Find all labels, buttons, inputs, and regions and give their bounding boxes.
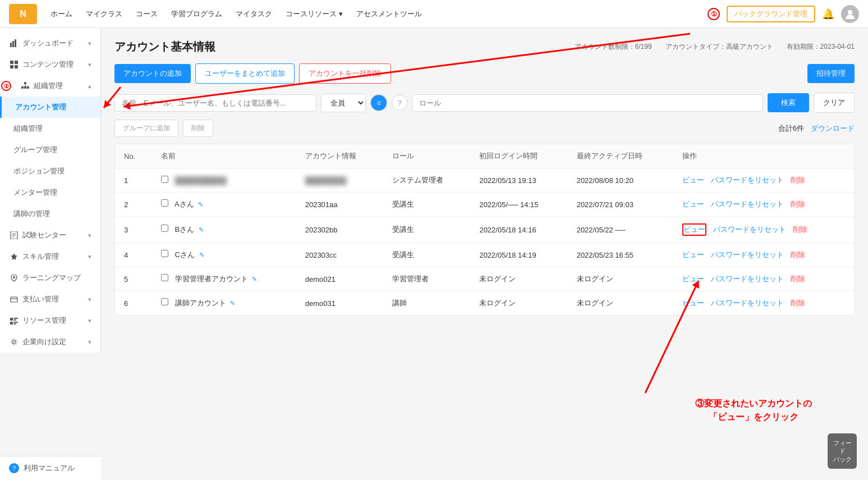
role-input[interactable] [412,94,763,112]
top-navigation: N ホーム マイクラス コース 学習プログラム マイタスク コースリソース ▾ … [0,0,868,28]
nav-myclass[interactable]: マイクラス [86,9,122,19]
svg-rect-4 [10,61,13,64]
search-bar: 全員 ① ? 検索 クリア [114,93,855,113]
nav-home[interactable]: ホーム [50,9,72,19]
svg-point-19 [13,276,15,278]
resource-icon [9,316,19,326]
row-checkbox-5[interactable] [161,274,168,281]
edit-icon[interactable]: ✎ [252,276,257,282]
row-checkbox-3[interactable] [161,225,168,232]
search-input[interactable] [114,94,316,112]
sidebar-item-exam-center[interactable]: 試験センター ▾ [0,225,100,246]
sidebar-item-resource-mgmt[interactable]: リソース管理 ▾ [0,310,100,331]
delete-button-3[interactable]: 削除 [793,225,807,235]
nav-assessment[interactable]: アセスメントツール [356,9,422,19]
circle-1: ① [708,8,720,20]
cell-account: 202301aa [296,193,383,217]
view-button-5[interactable]: ビュー [682,274,704,284]
delete-button-4[interactable]: 削除 [791,250,805,260]
view-button-4[interactable]: ビュー [682,250,704,260]
sidebar-item-instructor-mgmt[interactable]: 講師の管理 [0,203,100,225]
sidebar-item-content-mgmt[interactable]: コンテンツ管理 ▾ [0,54,100,75]
sidebar-item-learning-map[interactable]: ラーニングマップ [0,267,100,289]
usage-manual-label: 利用マニュアル [24,463,75,473]
sidebar-item-position-mgmt[interactable]: ポジション管理 [0,161,100,182]
help-button[interactable]: ? [392,95,407,111]
invite-button[interactable]: 招待管理 [807,64,855,83]
reset-password-button-3[interactable]: パスワードをリセット [713,225,786,235]
cell-first-login: 2022/05/18 14:19 [470,243,567,267]
sidebar-item-group-mgmt[interactable]: グループ管理 [0,139,100,161]
delete-button-2[interactable]: 削除 [791,199,805,209]
cell-name: 学習管理者アカウント ✎ [152,267,296,291]
delete-button-5[interactable]: 削除 [791,274,805,284]
feedback-button[interactable]: フィードバック [828,433,857,469]
svg-point-28 [13,341,16,344]
col-first-login: 初回ログイン時間 [470,144,567,168]
delete-button-6[interactable]: 削除 [791,298,805,308]
bg-mgmt-button[interactable]: バックグラウンド管理 [727,6,815,22]
reset-password-button-4[interactable]: パスワードをリセット [711,250,784,260]
table-row: 5 学習管理者アカウント ✎ demo021 学習管理者 未ログイン 未ログイン… [115,267,854,291]
nav-program[interactable]: 学習プログラム [171,9,222,19]
edit-icon[interactable]: ✎ [198,201,203,208]
row-checkbox-6[interactable] [161,298,168,305]
reset-password-button-5[interactable]: パスワードをリセット [711,274,784,284]
filter-number-button[interactable]: ① [370,94,387,111]
cell-actions: ビュー パスワードをリセット 削除 [673,243,854,267]
annotation-text: ③変更されたいアカウントの 「ビュー」をクリック [695,397,812,424]
add-account-button[interactable]: アカウントの追加 [114,64,191,83]
svg-rect-20 [11,297,17,302]
usage-manual[interactable]: ? 利用マニュアル [0,456,101,480]
nav-mytask[interactable]: マイタスク [236,9,272,19]
edit-icon[interactable]: ✎ [230,300,235,307]
view-button-6[interactable]: ビュー [682,298,704,308]
cell-no: 2 [115,193,152,217]
sidebar-item-enterprise-settings[interactable]: 企業向け設定 ▾ [0,331,100,353]
edit-icon[interactable]: ✎ [199,252,204,258]
reset-password-button-6[interactable]: パスワードをリセット [711,298,784,308]
bell-icon[interactable]: 🔔 [822,8,834,20]
cell-last-active: 2022/05/22 ── [568,217,673,243]
row-checkbox-1[interactable] [161,176,168,183]
edit-icon[interactable]: ✎ [199,226,204,233]
svg-rect-27 [13,323,16,324]
sidebar-item-org-sub[interactable]: 組織管理 [0,118,100,139]
row-checkbox-2[interactable] [161,199,168,207]
svg-rect-1 [10,43,12,47]
sidebar-item-mentor-mgmt[interactable]: メンター管理 [0,182,100,203]
total-count: 合計6件 [778,124,804,134]
reset-password-button-1[interactable]: パスワードをリセット [711,175,784,185]
sidebar: ダッシュボード ▾ コンテンツ管理 ▾ ② 組織管理 ▴ [0,28,101,353]
sidebar-item-org-mgmt-parent[interactable]: ② 組織管理 ▴ [0,75,100,97]
nav-course-resources[interactable]: コースリソース ▾ [286,9,343,19]
col-actions: 操作 [673,144,854,168]
chevron-down-icon: ▾ [88,61,91,68]
cell-first-login: 未ログイン [470,267,567,291]
sidebar-item-skill-mgmt[interactable]: スキル管理 ▾ [0,246,100,267]
avatar[interactable] [841,5,859,23]
group-add-button[interactable]: グループに追加 [114,120,178,137]
chevron-up-icon: ▴ [88,83,91,90]
filter-select[interactable]: 全員 [321,94,366,112]
delete-button[interactable]: 削除 [183,120,213,137]
cell-name: ██████████ [152,168,296,193]
col-name: 名前 [152,144,296,168]
sidebar-item-label: 支払い管理 [22,294,59,304]
download-link[interactable]: ダウンロード [811,124,855,134]
bulk-add-button[interactable]: ユーザーをまとめて追加 [195,63,295,84]
row-checkbox-4[interactable] [161,250,168,257]
delete-button-1[interactable]: 削除 [791,175,805,185]
search-button[interactable]: 検索 [768,93,809,112]
view-button-1[interactable]: ビュー [682,175,704,185]
nav-course[interactable]: コース [136,9,158,19]
bulk-delete-button[interactable]: アカウントを一括削除 [299,63,391,84]
reset-password-button-2[interactable]: パスワードをリセット [711,199,784,209]
svg-point-0 [848,10,852,15]
view-button-3[interactable]: ビュー [683,225,705,235]
sidebar-item-dashboard[interactable]: ダッシュボード ▾ [0,33,100,54]
view-button-2[interactable]: ビュー [682,199,704,209]
sidebar-item-account-mgmt[interactable]: アカウント管理 [0,97,100,118]
sidebar-item-payment-mgmt[interactable]: 支払い管理 ▾ [0,289,100,310]
clear-button[interactable]: クリア [814,93,855,113]
